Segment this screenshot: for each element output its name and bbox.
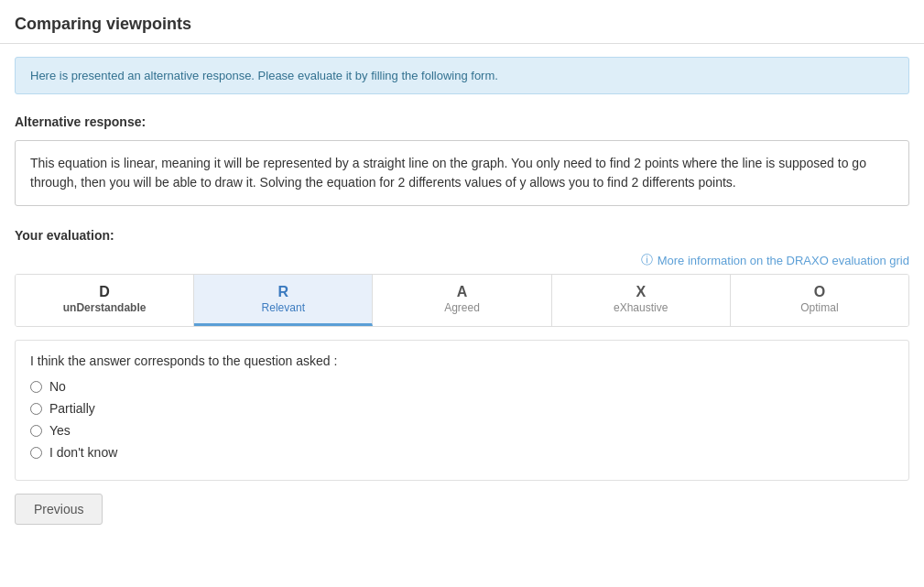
radio-option-no[interactable]: No xyxy=(30,379,894,394)
tab-x-letter: X xyxy=(560,284,723,300)
page-title: Comparing viewpoints xyxy=(15,15,191,33)
draxo-link[interactable]: More information on the DRAXO evaluation… xyxy=(658,254,909,267)
radio-partially[interactable] xyxy=(30,403,42,415)
radio-yes[interactable] xyxy=(30,425,42,437)
radio-option-idk[interactable]: I don't know xyxy=(30,445,894,460)
radio-partially-label: Partially xyxy=(49,401,95,416)
tab-d-letter: D xyxy=(23,284,186,300)
tab-x[interactable]: X eXhaustive xyxy=(552,275,731,326)
previous-button[interactable]: Previous xyxy=(15,494,103,525)
info-banner: Here is presented an alternative respons… xyxy=(15,57,909,94)
tab-r[interactable]: R Relevant xyxy=(194,275,373,326)
tab-o-letter: O xyxy=(738,284,901,300)
tab-o-sublabel: Optimal xyxy=(800,301,838,314)
question-section: I think the answer corresponds to the qu… xyxy=(15,340,909,481)
response-box: This equation is linear, meaning it will… xyxy=(15,140,909,206)
info-icon: ⓘ xyxy=(641,252,653,268)
question-text: I think the answer corresponds to the qu… xyxy=(30,353,894,368)
info-banner-text: Here is presented an alternative respons… xyxy=(30,69,498,82)
tab-d-sublabel: unDerstandable xyxy=(63,301,147,314)
tab-a[interactable]: A Agreed xyxy=(373,275,551,326)
page-header: Comparing viewpoints xyxy=(0,0,924,44)
draxo-link-row: ⓘ More information on the DRAXO evaluati… xyxy=(0,248,924,274)
radio-idk-label: I don't know xyxy=(49,445,117,460)
radio-no-label: No xyxy=(49,379,66,394)
button-row: Previous xyxy=(15,494,909,525)
alternative-label: Alternative response: xyxy=(0,107,924,135)
radio-idk[interactable] xyxy=(30,447,42,459)
tab-d[interactable]: D unDerstandable xyxy=(16,275,194,326)
radio-no[interactable] xyxy=(30,381,42,393)
evaluation-label: Your evaluation: xyxy=(0,221,924,248)
radio-yes-label: Yes xyxy=(49,423,71,438)
tab-r-sublabel: Relevant xyxy=(262,301,305,314)
response-text: This equation is linear, meaning it will… xyxy=(30,156,866,190)
tab-a-sublabel: Agreed xyxy=(444,301,480,314)
radio-option-partially[interactable]: Partially xyxy=(30,401,894,416)
tab-o[interactable]: O Optimal xyxy=(731,275,908,326)
tab-x-sublabel: eXhaustive xyxy=(614,301,668,314)
radio-option-yes[interactable]: Yes xyxy=(30,423,894,438)
tabs-row: D unDerstandable R Relevant A Agreed X e… xyxy=(15,274,909,327)
tab-a-letter: A xyxy=(380,284,543,300)
tab-r-letter: R xyxy=(201,284,364,300)
